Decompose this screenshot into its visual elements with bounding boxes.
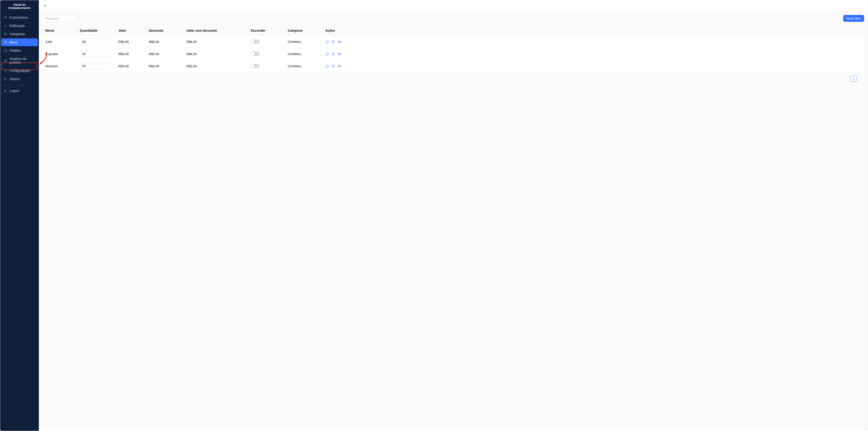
sidebar-item-logout[interactable]: Logout (1, 87, 38, 95)
sidebar-item-label: Funcionários (9, 15, 28, 19)
table-header-quantidade: Quantidade (77, 26, 116, 36)
topbar (39, 0, 868, 11)
cell-acoes (322, 48, 864, 60)
table-header-valor-com-desconto: Valor com desconto (184, 26, 248, 36)
eye-off-icon (256, 40, 258, 42)
cell-acoes (322, 36, 864, 48)
sidebar-item-menu[interactable]: Menu (1, 38, 38, 46)
svg-point-17 (339, 41, 340, 42)
tablet-icon (4, 77, 7, 80)
cell-desconto: R$0,00 (146, 48, 184, 60)
cell-categoria: Confeitos (285, 48, 322, 60)
edit-button[interactable] (326, 40, 330, 44)
cell-quantidade (77, 36, 116, 48)
cell-quantidade (77, 48, 116, 60)
clipboard-icon (4, 41, 7, 44)
eye-off-icon (256, 65, 258, 67)
pagination: 1 (42, 72, 864, 81)
pagination-next[interactable] (858, 75, 864, 81)
brush-icon (4, 24, 7, 27)
sidebar-item-pedidos[interactable]: Pedidos (1, 47, 38, 55)
pagination-page-1[interactable]: 1 (851, 75, 857, 81)
cell-nome: Café (42, 36, 77, 48)
table-header-desconto: Desconto (146, 26, 184, 36)
eye-off-icon (256, 53, 258, 55)
cell-nome: Macaron (42, 60, 77, 72)
new-item-button[interactable]: Novo item (843, 15, 864, 22)
users-icon (4, 16, 7, 19)
cell-valor: R$4,00 (116, 48, 146, 60)
delete-button[interactable] (331, 64, 336, 68)
sidebar-item-totems[interactable]: Totems (1, 75, 38, 83)
sidebar-item-label: Configurações (9, 69, 30, 73)
view-button[interactable] (337, 52, 341, 56)
doc-icon (4, 49, 7, 52)
cell-desconto: R$0,00 (146, 60, 184, 72)
hide-toggle[interactable] (251, 52, 259, 56)
svg-rect-4 (5, 49, 6, 52)
table-container: Nome Quantidade Valor Desconto Valor com… (42, 26, 864, 72)
cell-quantidade (77, 60, 116, 72)
quantity-input[interactable] (80, 63, 112, 69)
cell-categoria: Confeitos (285, 60, 322, 72)
sidebar-item-label: Totems (9, 77, 20, 81)
sidebar-item-historico[interactable]: Histórico de pedidos (1, 55, 38, 66)
svg-rect-5 (5, 60, 6, 62)
svg-point-23 (339, 66, 340, 67)
sidebar-item-estilizacao[interactable]: Estilização (1, 22, 38, 30)
hide-toggle[interactable] (251, 64, 259, 68)
view-button[interactable] (337, 64, 341, 68)
edit-button[interactable] (326, 64, 330, 68)
pagination-prev[interactable] (843, 75, 849, 81)
cell-valor-com-desconto: R$4,00 (184, 48, 248, 60)
cell-nome: Cupcake (42, 48, 77, 60)
delete-button[interactable] (331, 40, 336, 44)
table-row: Cupcake R$4,00 R$0,00 R$4,00 Confeitos (42, 48, 864, 60)
cell-categoria: Confeitos (285, 36, 322, 48)
delete-button[interactable] (331, 52, 336, 56)
table-header-esconder: Esconder (248, 26, 285, 36)
svg-point-8 (5, 70, 6, 71)
table-row: Café R$6,00 R$0,00 R$6,00 Confeitos (42, 36, 864, 48)
cell-esconder (248, 48, 285, 60)
gear-icon (4, 69, 7, 72)
cell-valor-com-desconto: R$6,00 (184, 36, 248, 48)
quantity-input[interactable] (80, 39, 112, 45)
sidebar-item-label: Estilização (9, 24, 25, 28)
sidebar-collapse-button[interactable] (42, 3, 48, 8)
svg-point-20 (339, 54, 340, 55)
sidebar-item-label: Logout (9, 89, 19, 93)
sidebar-item-label: Pedidos (9, 49, 21, 53)
logout-icon (4, 89, 7, 92)
doc-lines-icon (4, 59, 7, 62)
table-header-acoes: Ações (322, 26, 864, 36)
cell-esconder (248, 36, 285, 48)
cell-desconto: R$0,00 (146, 36, 184, 48)
content-area: Novo item Nome Quantidade Valor Desconto… (39, 11, 868, 431)
hide-toggle[interactable] (251, 39, 259, 44)
table-row: Macaron R$3,00 R$0,00 R$3,00 Confeitos (42, 60, 864, 72)
sidebar-item-label: Histórico de pedidos (9, 57, 35, 64)
edit-button[interactable] (326, 52, 330, 56)
quantity-input[interactable] (80, 51, 112, 57)
svg-point-0 (5, 16, 6, 18)
svg-point-1 (6, 16, 7, 17)
table-header-valor: Valor (116, 26, 146, 36)
view-button[interactable] (337, 40, 341, 44)
cell-esconder (248, 60, 285, 72)
cell-acoes (322, 60, 864, 72)
sidebar-item-label: Menu (9, 40, 18, 44)
table-header-categoria: Categoria (285, 26, 322, 36)
search-input[interactable] (42, 15, 77, 22)
folder-icon (4, 32, 7, 36)
sidebar-nav: Funcionários Estilização Categorias Menu (0, 13, 39, 95)
sidebar-title: Painel do Estabelecimento (0, 0, 39, 13)
sidebar-item-funcionarios[interactable]: Funcionários (1, 13, 38, 21)
cell-valor: R$3,00 (116, 60, 146, 72)
sidebar-item-label: Categorias (9, 32, 25, 36)
sidebar-item-configuracoes[interactable]: Configurações (1, 67, 38, 75)
sidebar: Painel do Estabelecimento Funcionários E… (0, 0, 39, 431)
sidebar-item-categorias[interactable]: Categorias (1, 30, 38, 38)
cell-valor: R$6,00 (116, 36, 146, 48)
main-content: Novo item Nome Quantidade Valor Desconto… (39, 0, 868, 431)
